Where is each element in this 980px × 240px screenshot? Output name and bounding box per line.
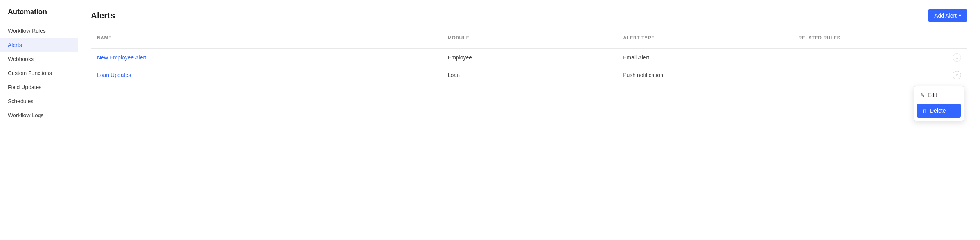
- sidebar: Automation Workflow Rules Alerts Webhook…: [0, 0, 78, 240]
- table-header: NAME MODULE ALERT TYPE RELATED RULES: [91, 31, 967, 49]
- main-header: Alerts Add Alert ▾: [91, 9, 967, 22]
- row-1-alert-type: Email Alert: [617, 49, 792, 66]
- column-header-alert-type: ALERT TYPE: [617, 31, 792, 45]
- row-2-alert-type: Push notification: [617, 66, 792, 84]
- sidebar-item-workflow-logs[interactable]: Workflow Logs: [0, 108, 78, 122]
- alerts-table: NAME MODULE ALERT TYPE RELATED RULES New…: [91, 31, 967, 84]
- sidebar-item-field-updates[interactable]: Field Updates: [0, 80, 78, 94]
- table-row: New Employee Alert Employee Email Alert …: [91, 49, 967, 66]
- row-1-name[interactable]: New Employee Alert: [91, 49, 442, 66]
- edit-menu-item[interactable]: ✎ Edit: [914, 88, 964, 102]
- page-title: Alerts: [91, 11, 115, 21]
- column-header-related-rules: RELATED RULES: [792, 31, 967, 45]
- sidebar-item-workflow-rules[interactable]: Workflow Rules: [0, 24, 78, 38]
- delete-icon: 🗑: [922, 108, 927, 114]
- row-actions-dropdown: ✎ Edit 🗑 Delete: [914, 86, 964, 121]
- main-content: Alerts Add Alert ▾ NAME MODULE ALERT TYP…: [78, 0, 980, 240]
- edit-icon: ✎: [920, 92, 924, 98]
- sidebar-item-alerts[interactable]: Alerts: [0, 38, 78, 52]
- row-2-name[interactable]: Loan Updates: [91, 66, 442, 84]
- sidebar-title: Automation: [0, 8, 78, 24]
- delete-menu-item[interactable]: 🗑 Delete: [917, 104, 961, 118]
- row-1-actions: ○: [953, 53, 961, 62]
- column-header-module: MODULE: [442, 31, 617, 45]
- row-2-module: Loan: [442, 66, 617, 84]
- row-1-related-rules: [792, 52, 967, 63]
- sidebar-item-schedules[interactable]: Schedules: [0, 94, 78, 108]
- column-header-name: NAME: [91, 31, 442, 45]
- row-1-module: Employee: [442, 49, 617, 66]
- sidebar-item-custom-functions[interactable]: Custom Functions: [0, 66, 78, 80]
- row-2-related-rules: [792, 70, 967, 81]
- row-1-more-options-button[interactable]: ○: [953, 53, 961, 62]
- table-row: Loan Updates Loan Push notification ○ ✎ …: [91, 66, 967, 84]
- dropdown-arrow-icon: ▾: [959, 13, 961, 18]
- add-alert-button[interactable]: Add Alert ▾: [928, 9, 967, 22]
- sidebar-item-webhooks[interactable]: Webhooks: [0, 52, 78, 66]
- row-2-actions: ○: [953, 71, 961, 79]
- row-2-more-options-button[interactable]: ○: [953, 71, 961, 79]
